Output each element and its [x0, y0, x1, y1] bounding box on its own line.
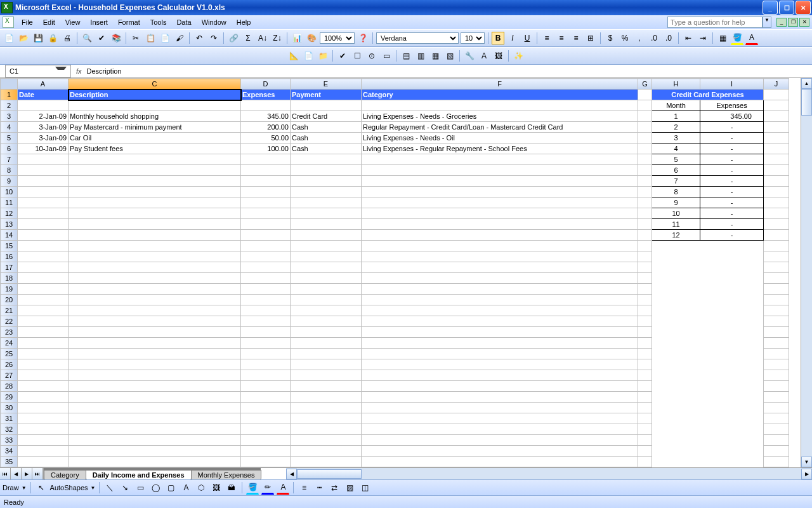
- cell[interactable]: -: [700, 187, 764, 197]
- drawing-icon[interactable]: 🎨: [305, 32, 318, 44]
- tab-nav-last-icon[interactable]: ⏭: [32, 468, 43, 479]
- cell[interactable]: 200.00: [241, 122, 291, 133]
- tool-icon[interactable]: 📄: [302, 50, 315, 62]
- cell[interactable]: 100.00: [241, 144, 291, 154]
- close-button[interactable]: ✕: [796, 1, 811, 15]
- row-header[interactable]: 27: [1, 370, 18, 381]
- underline-button[interactable]: U: [521, 32, 534, 44]
- cell[interactable]: [362, 100, 638, 111]
- cell[interactable]: Cash: [291, 122, 362, 133]
- row-header[interactable]: 34: [1, 446, 18, 457]
- tab-nav-next-icon[interactable]: ▶: [22, 468, 32, 479]
- col-header[interactable]: C: [69, 79, 241, 90]
- name-box[interactable]: C1: [5, 65, 71, 77]
- picture-icon[interactable]: 🏔: [225, 481, 238, 494]
- cell[interactable]: -: [700, 154, 764, 165]
- row-header[interactable]: 5: [1, 133, 18, 144]
- decrease-decimal-icon[interactable]: .0: [662, 32, 675, 44]
- row-header[interactable]: 31: [1, 413, 18, 424]
- chart-icon[interactable]: 📊: [291, 32, 303, 44]
- draw-menu[interactable]: Draw: [3, 484, 19, 491]
- tool-icon[interactable]: ▦: [429, 50, 442, 62]
- spreadsheet-grid[interactable]: A C D E F G H I J 1 Date Description Exp…: [0, 78, 789, 467]
- cell[interactable]: [638, 90, 652, 100]
- row-header[interactable]: 33: [1, 435, 18, 446]
- cell[interactable]: [69, 100, 241, 111]
- wordart-icon[interactable]: A: [180, 481, 192, 494]
- 3d-icon[interactable]: ◫: [358, 481, 371, 494]
- cell[interactable]: [18, 100, 69, 111]
- font-color-icon[interactable]: A: [745, 31, 758, 45]
- cell[interactable]: Date: [18, 90, 69, 100]
- row-header[interactable]: 20: [1, 295, 18, 305]
- col-header[interactable]: H: [652, 79, 700, 90]
- line-style-icon[interactable]: ≡: [298, 481, 310, 494]
- tab-nav-prev-icon[interactable]: ◀: [11, 468, 22, 479]
- oval-icon[interactable]: ◯: [149, 481, 162, 494]
- cell[interactable]: Payment: [291, 90, 362, 100]
- research-icon[interactable]: 📚: [110, 32, 122, 44]
- tool-icon[interactable]: ☐: [351, 50, 363, 62]
- cell[interactable]: -: [700, 197, 764, 208]
- save-icon[interactable]: 💾: [32, 32, 44, 44]
- cell[interactable]: Month: [652, 100, 700, 111]
- horizontal-scrollbar[interactable]: ◀ ▶: [286, 468, 812, 479]
- row-header[interactable]: 18: [1, 273, 18, 284]
- cell[interactable]: Regular Repayment - Credit Card/Loan - M…: [362, 122, 638, 133]
- cell[interactable]: 345.00: [700, 111, 764, 122]
- print-preview-icon[interactable]: 🔍: [81, 32, 93, 44]
- cell[interactable]: 8: [652, 187, 700, 197]
- cell[interactable]: -: [700, 122, 764, 133]
- col-header[interactable]: E: [291, 79, 362, 90]
- sheet-tab-category[interactable]: Category: [44, 470, 86, 479]
- row-header[interactable]: 22: [1, 316, 18, 327]
- cell[interactable]: [764, 111, 789, 122]
- copy-icon[interactable]: 📋: [144, 32, 157, 44]
- sheet-tab-daily[interactable]: Daily Income and Expenses: [86, 470, 192, 479]
- col-header[interactable]: J: [764, 79, 789, 90]
- row-header[interactable]: 1: [1, 90, 18, 100]
- tool-icon[interactable]: ✨: [512, 50, 525, 62]
- cell[interactable]: 3-Jan-09: [18, 133, 69, 144]
- row-header[interactable]: 17: [1, 262, 18, 273]
- cell[interactable]: [638, 100, 652, 111]
- tool-icon[interactable]: ⊙: [365, 50, 378, 62]
- mdi-restore-button[interactable]: ❐: [788, 18, 798, 27]
- select-objects-icon[interactable]: ↖: [35, 481, 48, 494]
- menu-insert[interactable]: Insert: [85, 17, 113, 27]
- cell[interactable]: [291, 100, 362, 111]
- tool-icon[interactable]: 📁: [317, 50, 329, 62]
- row-header[interactable]: 8: [1, 165, 18, 176]
- scroll-left-icon[interactable]: ◀: [286, 469, 297, 479]
- cell[interactable]: -: [700, 230, 764, 241]
- cell[interactable]: 2-Jan-09: [18, 111, 69, 122]
- mdi-close-button[interactable]: ✕: [799, 18, 809, 27]
- cell[interactable]: Credit Card Expenses: [652, 90, 764, 100]
- sheet-tab-monthly[interactable]: Monthly Expenses: [191, 470, 262, 479]
- row-header[interactable]: 26: [1, 359, 18, 370]
- cell[interactable]: Expenses: [700, 100, 764, 111]
- col-header[interactable]: D: [241, 79, 291, 90]
- sort-desc-icon[interactable]: Z↓: [271, 32, 284, 44]
- cell[interactable]: Cash: [291, 144, 362, 154]
- tool-icon[interactable]: ✔: [336, 50, 349, 62]
- cell[interactable]: [764, 90, 789, 100]
- cell[interactable]: [764, 100, 789, 111]
- cell[interactable]: Living Expenses - Needs - Oil: [362, 133, 638, 144]
- arrow-style-icon[interactable]: ⇄: [328, 481, 341, 494]
- mdi-minimize-button[interactable]: _: [776, 18, 787, 27]
- increase-indent-icon[interactable]: ⇥: [697, 32, 709, 44]
- open-icon[interactable]: 📂: [17, 32, 30, 44]
- cell[interactable]: 3-Jan-09: [18, 122, 69, 133]
- new-icon[interactable]: 📄: [3, 32, 15, 44]
- row-header[interactable]: 16: [1, 251, 18, 262]
- row-header[interactable]: 24: [1, 338, 18, 349]
- cell[interactable]: -: [700, 165, 764, 176]
- cell[interactable]: 345.00: [241, 111, 291, 122]
- scroll-thumb[interactable]: [801, 89, 812, 116]
- clipart-icon[interactable]: 🖼: [210, 481, 223, 494]
- cell[interactable]: 3: [652, 133, 700, 144]
- cell[interactable]: 10: [652, 208, 700, 219]
- menu-view[interactable]: View: [60, 17, 86, 27]
- cut-icon[interactable]: ✂: [129, 32, 142, 44]
